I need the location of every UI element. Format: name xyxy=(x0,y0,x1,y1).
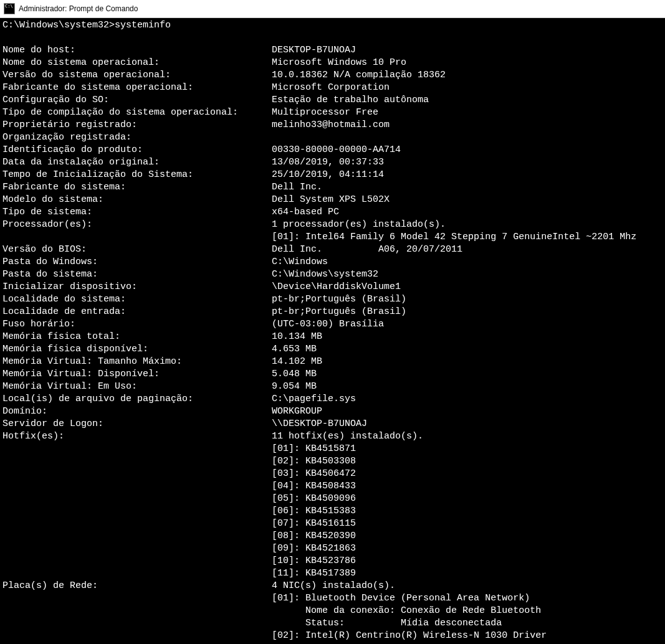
terminal-output[interactable]: C:\Windows\system32>systeminfo Nome do h… xyxy=(0,18,665,644)
window-title: Administrador: Prompt de Comando xyxy=(19,4,138,13)
window-titlebar[interactable]: Administrador: Prompt de Comando xyxy=(0,0,665,18)
cmd-icon xyxy=(4,3,15,14)
